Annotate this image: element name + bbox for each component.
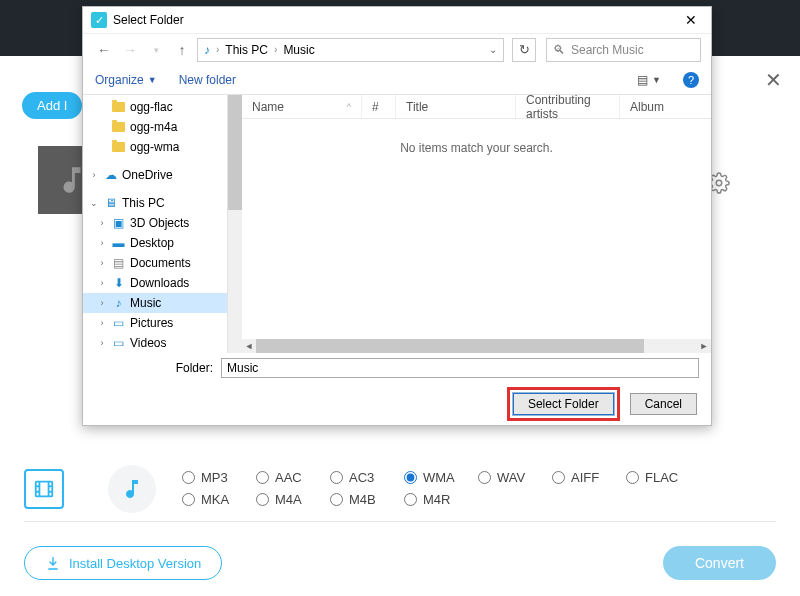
col-name[interactable]: Name ^ [242, 95, 362, 118]
search-placeholder: Search Music [571, 43, 644, 57]
format-option-wav[interactable]: WAV [478, 470, 552, 485]
select-folder-button[interactable]: Select Folder [513, 393, 614, 415]
format-option-m4r[interactable]: M4R [404, 492, 478, 507]
help-icon[interactable]: ? [683, 72, 699, 88]
dialog-toolbar: Organize▼ New folder ▤▼ ? [83, 65, 711, 95]
install-desktop-button[interactable]: Install Desktop Version [24, 546, 222, 580]
view-options-button[interactable]: ▤▼ [637, 73, 661, 87]
tree-item-ogg-flac[interactable]: ogg-flac [83, 97, 227, 117]
format-option-flac[interactable]: FLAC [626, 470, 700, 485]
new-folder-button[interactable]: New folder [179, 73, 236, 87]
download-icon: ⬇ [111, 276, 126, 290]
search-icon: 🔍︎ [553, 43, 565, 57]
organize-menu[interactable]: Organize▼ [95, 73, 157, 87]
back-button[interactable]: ← [93, 39, 115, 61]
chevron-right-icon: › [216, 44, 219, 55]
refresh-button[interactable]: ↻ [512, 38, 536, 62]
address-bar[interactable]: ♪ › This PC › Music ⌄ [197, 38, 504, 62]
cube-icon: ▣ [111, 216, 126, 230]
nav-row: ← → ▾ ↑ ♪ › This PC › Music ⌄ ↻ 🔍︎ Searc… [83, 33, 711, 65]
horizontal-scrollbar[interactable]: ◄ ► [242, 339, 711, 353]
column-headers: Name ^ # Title Contributing artists Albu… [242, 95, 711, 119]
tree-item-documents[interactable]: ›▤Documents [83, 253, 227, 273]
format-options: MP3AACAC3WMAWAVAIFFMKAM4AM4BM4RFLAC [182, 467, 700, 511]
up-button[interactable]: ↑ [171, 39, 193, 61]
tree-scrollbar[interactable] [228, 95, 242, 353]
col-number[interactable]: # [362, 95, 396, 118]
format-option-wma[interactable]: WMA [404, 470, 478, 485]
chevron-right-icon: › [274, 44, 277, 55]
document-icon: ▤ [111, 256, 126, 270]
tree-item-videos[interactable]: ›▭Videos [83, 333, 227, 353]
address-dropdown-icon[interactable]: ⌄ [489, 44, 497, 55]
cloud-icon: ☁ [103, 168, 118, 182]
scroll-right-icon[interactable]: ► [697, 339, 711, 353]
pc-icon: 🖥 [103, 196, 118, 210]
bottom-bar: Install Desktop Version Convert [24, 546, 776, 580]
tree-item-desktop[interactable]: ›▬Desktop [83, 233, 227, 253]
col-album[interactable]: Album [620, 95, 711, 118]
tree-item-this-pc[interactable]: ⌄🖥This PC [83, 193, 227, 213]
music-icon: ♪ [111, 296, 126, 310]
search-input[interactable]: 🔍︎ Search Music [546, 38, 701, 62]
tree-item-ogg-wma[interactable]: ogg-wma [83, 137, 227, 157]
format-option-ac3[interactable]: AC3 [330, 470, 404, 485]
dialog-title: Select Folder [113, 13, 184, 27]
folder-input-row: Folder: [83, 353, 711, 383]
scroll-left-icon[interactable]: ◄ [242, 339, 256, 353]
select-folder-dialog: ✓ Select Folder ✕ ← → ▾ ↑ ♪ › This PC › … [82, 6, 712, 426]
picture-icon: ▭ [111, 316, 126, 330]
format-option-mka[interactable]: MKA [182, 492, 256, 507]
folder-input[interactable] [221, 358, 699, 378]
format-option-m4a[interactable]: M4A [256, 492, 330, 507]
video-format-tab[interactable] [24, 469, 64, 509]
close-icon[interactable]: ✕ [765, 68, 782, 92]
tree-item-onedrive[interactable]: ›☁OneDrive [83, 165, 227, 185]
svg-rect-1 [36, 481, 53, 496]
tree-item-3d-objects[interactable]: ›▣3D Objects [83, 213, 227, 233]
dialog-buttons: Select Folder Cancel [83, 383, 711, 425]
breadcrumb-root[interactable]: This PC [225, 43, 268, 57]
add-button[interactable]: Add I [22, 92, 82, 119]
file-list-pane: Name ^ # Title Contributing artists Albu… [242, 95, 711, 353]
folder-tree: ogg-flac ogg-m4a ogg-wma ›☁OneDrive ⌄🖥Th… [83, 95, 228, 353]
music-icon: ♪ [204, 43, 210, 57]
tree-item-ogg-m4a[interactable]: ogg-m4a [83, 117, 227, 137]
svg-point-0 [716, 180, 722, 186]
desktop-icon: ▬ [111, 236, 126, 250]
video-icon: ▭ [111, 336, 126, 350]
col-title[interactable]: Title [396, 95, 516, 118]
format-option-aiff[interactable]: AIFF [552, 470, 626, 485]
format-option-m4b[interactable]: M4B [330, 492, 404, 507]
titlebar: ✓ Select Folder ✕ [83, 7, 711, 33]
tree-item-music[interactable]: ›♪Music [83, 293, 227, 313]
highlight-box: Select Folder [507, 387, 620, 421]
col-artists[interactable]: Contributing artists [516, 95, 620, 118]
format-option-aac[interactable]: AAC [256, 470, 330, 485]
empty-message: No items match your search. [242, 119, 711, 155]
recent-dropdown[interactable]: ▾ [145, 39, 167, 61]
forward-button[interactable]: → [119, 39, 141, 61]
format-option-mp3[interactable]: MP3 [182, 470, 256, 485]
format-bar: MP3AACAC3WMAWAVAIFFMKAM4AM4BM4RFLAC [24, 456, 776, 522]
tree-item-downloads[interactable]: ›⬇Downloads [83, 273, 227, 293]
dialog-close-button[interactable]: ✕ [679, 12, 703, 28]
convert-button[interactable]: Convert [663, 546, 776, 580]
audio-format-tab[interactable] [108, 465, 156, 513]
tree-item-pictures[interactable]: ›▭Pictures [83, 313, 227, 333]
app-icon: ✓ [91, 12, 107, 28]
folder-label: Folder: [83, 361, 213, 375]
breadcrumb-current[interactable]: Music [283, 43, 314, 57]
cancel-button[interactable]: Cancel [630, 393, 697, 415]
